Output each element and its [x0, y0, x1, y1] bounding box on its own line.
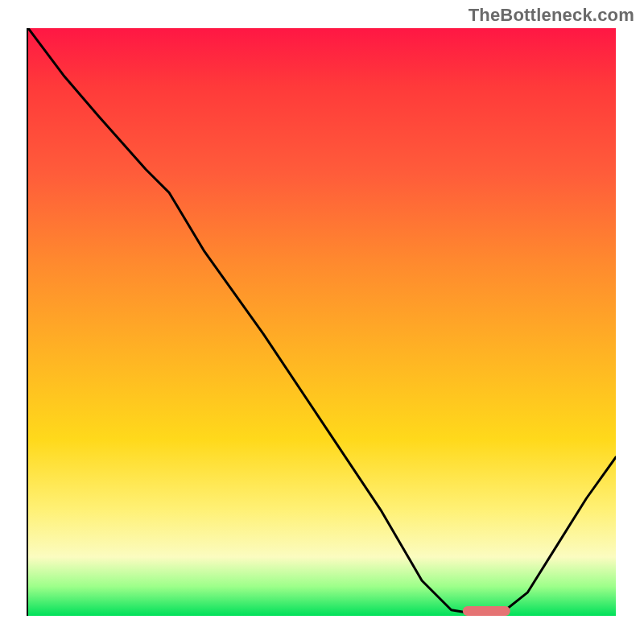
chart-frame: TheBottleneck.com	[0, 0, 644, 644]
plot-area	[28, 28, 616, 616]
bottleneck-curve	[28, 28, 616, 616]
optimal-range-marker	[463, 606, 510, 616]
watermark-text: TheBottleneck.com	[469, 5, 634, 26]
